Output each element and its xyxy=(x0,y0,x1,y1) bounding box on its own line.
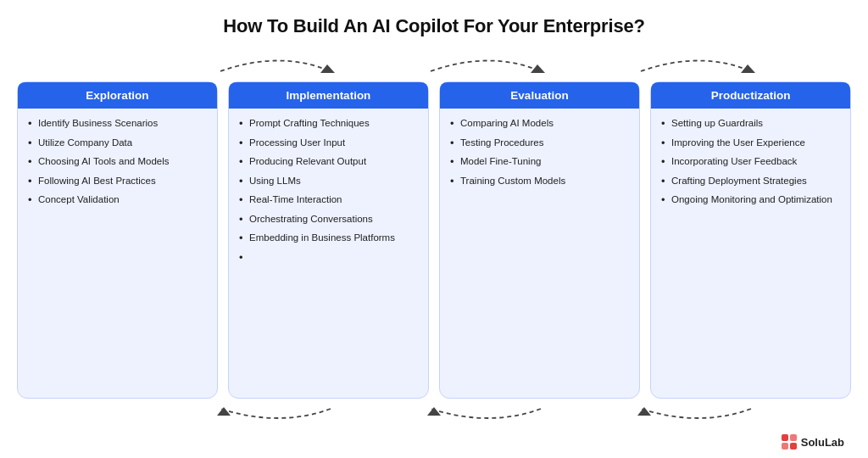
list-item: Testing Procedures xyxy=(450,137,629,150)
svg-marker-2 xyxy=(741,64,755,73)
list-item: Processing User Input xyxy=(239,137,418,150)
card-body-evaluation: Comparing AI ModelsTesting ProceduresMod… xyxy=(440,117,639,386)
svg-marker-0 xyxy=(320,64,335,73)
cards-container: ExplorationIdentify Business ScenariosUt… xyxy=(17,81,851,399)
list-item: Improving the User Experience xyxy=(661,137,840,150)
list-item: Real-Time Interaction xyxy=(239,193,418,207)
solulab-text: SoluLab xyxy=(801,436,844,449)
card-productization: ProductizationSetting up GuardrailsImpro… xyxy=(650,81,851,399)
solulab-logo: SoluLab xyxy=(782,434,844,450)
list-item: Crafting Deployment Strategies xyxy=(661,175,840,188)
card-header-evaluation: Evaluation xyxy=(440,82,639,109)
card-body-exploration: Identify Business ScenariosUtilize Compa… xyxy=(18,117,217,386)
card-header-implementation: Implementation xyxy=(229,82,428,109)
list-item: Producing Relevant Output xyxy=(239,155,418,169)
list-item: Training Custom Models xyxy=(450,175,629,188)
svg-marker-3 xyxy=(217,407,231,416)
list-item: Utilize Company Data xyxy=(28,137,207,150)
list-item: Model Fine-Tuning xyxy=(450,155,629,169)
card-body-productization: Setting up GuardrailsImproving the User … xyxy=(651,117,850,386)
footer: SoluLab xyxy=(17,434,851,450)
svg-marker-4 xyxy=(427,407,441,416)
list-item: Orchestrating Conversations xyxy=(239,213,418,226)
svg-marker-5 xyxy=(637,407,651,416)
list-item: Ongoing Monitoring and Optimization xyxy=(661,193,840,207)
card-header-productization: Productization xyxy=(651,82,850,109)
solulab-icon xyxy=(782,434,797,450)
card-exploration: ExplorationIdentify Business ScenariosUt… xyxy=(17,81,218,399)
list-item: Incorporating User Feedback xyxy=(661,155,840,169)
page-title: How To Build An AI Copilot For Your Ente… xyxy=(223,15,644,37)
list-item: Concept Validation xyxy=(28,193,207,207)
list-item: Choosing AI Tools and Models xyxy=(28,155,207,169)
list-item: Embedding in Business Platforms xyxy=(239,232,418,245)
list-item: Following AI Best Practices xyxy=(28,175,207,188)
svg-marker-1 xyxy=(531,64,545,73)
list-item: Setting up Guardrails xyxy=(661,117,840,131)
card-implementation: ImplementationPrompt Crafting Techniques… xyxy=(228,81,429,399)
list-item: Identify Business Scenarios xyxy=(28,117,207,131)
list-item: Comparing AI Models xyxy=(450,117,629,131)
list-item: Using LLMs xyxy=(239,175,418,188)
card-header-exploration: Exploration xyxy=(18,82,217,109)
card-body-implementation: Prompt Crafting TechniquesProcessing Use… xyxy=(229,117,428,386)
card-evaluation: EvaluationComparing AI ModelsTesting Pro… xyxy=(439,81,640,399)
list-item: Prompt Crafting Techniques xyxy=(239,117,418,131)
